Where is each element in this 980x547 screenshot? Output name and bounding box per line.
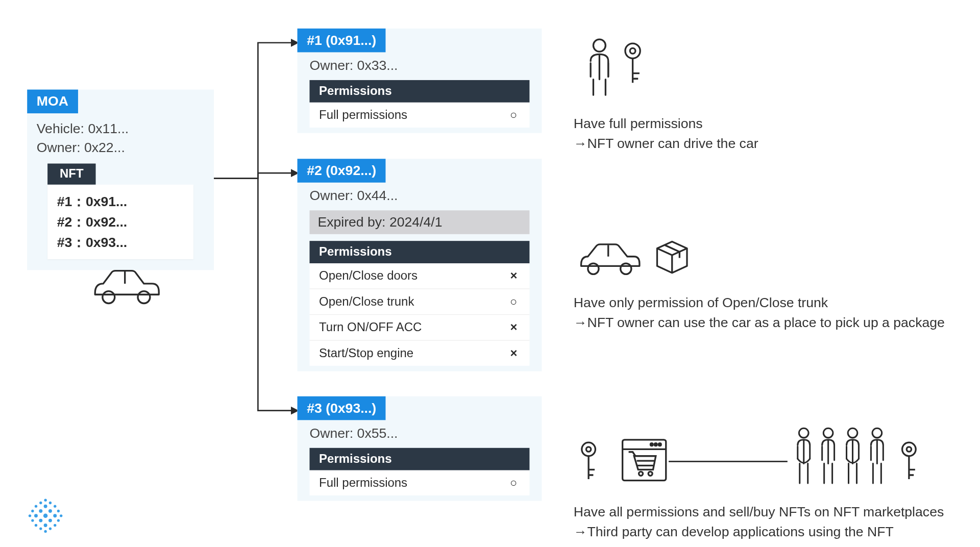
perm-mark: ×	[510, 346, 520, 360]
nft-list-entry: #3：0x93...	[57, 232, 184, 253]
nft2-expired: Expired by: 2024/4/1	[309, 210, 529, 234]
svg-point-39	[43, 514, 48, 518]
perm-row: Full permissions ○	[309, 103, 529, 128]
svg-point-40	[53, 514, 57, 517]
anno3-line2: →Third party can develop applications us…	[574, 522, 944, 542]
svg-point-7	[588, 263, 599, 274]
nft1-owner: Owner: 0x33...	[298, 52, 542, 80]
person-icon	[585, 37, 614, 98]
perm-row: Start/Stop engine ×	[309, 341, 529, 366]
svg-point-32	[54, 505, 56, 508]
moa-vehicle: Vehicle: 0x11...	[37, 119, 205, 138]
perm-mark: ○	[510, 476, 520, 490]
svg-point-44	[48, 519, 52, 523]
svg-point-25	[902, 442, 916, 456]
people-group-icon	[791, 426, 893, 490]
svg-point-26	[906, 447, 911, 452]
nft-list-entry: #1：0x91...	[57, 191, 184, 212]
anno1-line2: →NFT owner can drive the car	[574, 134, 758, 154]
perm-label: Start/Stop engine	[319, 346, 413, 360]
svg-point-28	[39, 502, 42, 504]
svg-point-5	[625, 43, 640, 58]
svg-point-49	[39, 527, 42, 530]
svg-point-30	[35, 505, 37, 508]
svg-point-36	[57, 510, 60, 512]
brand-dot-logo-icon	[26, 496, 65, 535]
moa-badge: MOA	[27, 90, 78, 114]
annotation-2: Have only permission of Open/Close trunk…	[574, 293, 945, 333]
perm-label: Open/Close trunk	[319, 294, 414, 309]
anno3-line1: Have all permissions and sell/buy NFTs o…	[574, 502, 944, 522]
svg-point-15	[650, 443, 653, 446]
anno1-line1: Have full permissions	[574, 114, 758, 134]
key-icon	[896, 440, 922, 483]
perm-mark: ○	[510, 294, 520, 309]
annotation-3: Have all permissions and sell/buy NFTs o…	[574, 502, 944, 541]
svg-point-41	[60, 514, 62, 517]
svg-point-46	[35, 524, 37, 527]
nft-tab: NFT	[47, 164, 95, 185]
svg-point-23	[848, 428, 857, 438]
perm-row: Full permissions ○	[309, 470, 529, 495]
svg-point-11	[586, 447, 591, 452]
nft3-perm-head: Permissions	[309, 448, 529, 470]
marketplace-icon	[619, 436, 669, 486]
perm-label: Open/Close doors	[319, 269, 418, 283]
svg-point-45	[57, 519, 60, 521]
perm-row: Open/Close doors ×	[309, 263, 529, 289]
nft-list-entry: #2：0x92...	[57, 212, 184, 232]
svg-point-21	[799, 428, 808, 438]
anno2-line1: Have only permission of Open/Close trunk	[574, 293, 945, 313]
nft-card-3: #3 (0x93...) Owner: 0x55... Permissions …	[298, 396, 542, 501]
nft-card-2: #2 (0x92...) Owner: 0x44... Expired by: …	[298, 159, 542, 371]
svg-point-50	[49, 527, 52, 530]
perm-row: Open/Close trunk ○	[309, 289, 529, 315]
nft1-perm-head: Permissions	[309, 80, 529, 103]
svg-point-18	[648, 471, 652, 476]
perm-mark: ○	[510, 108, 520, 122]
nft3-badge: #3 (0x93...)	[298, 396, 386, 420]
svg-point-38	[34, 514, 38, 517]
perm-label: Full permissions	[319, 108, 407, 122]
svg-point-33	[31, 510, 34, 512]
svg-point-1	[138, 291, 150, 304]
moa-owner: Owner: 0x22...	[37, 138, 205, 157]
annotation-1: Have full permissions →NFT owner can dri…	[574, 114, 758, 153]
svg-point-47	[44, 524, 47, 527]
anno2-line2: →NFT owner can use the car as a place to…	[574, 313, 945, 333]
key-icon	[576, 440, 602, 483]
svg-point-51	[44, 530, 46, 533]
perm-label: Full permissions	[319, 476, 407, 490]
perm-row: Turn ON/OFF ACC ×	[309, 315, 529, 341]
nft-card-1: #1 (0x91...) Owner: 0x33... Permissions …	[298, 29, 542, 133]
car-icon	[88, 265, 163, 307]
svg-point-16	[658, 443, 661, 446]
svg-point-10	[582, 442, 596, 456]
svg-point-24	[872, 428, 882, 438]
moa-card: MOA Vehicle: 0x11... Owner: 0x22... NFT …	[27, 90, 214, 270]
nft2-perm-head: Permissions	[309, 241, 529, 263]
svg-point-22	[823, 428, 833, 438]
svg-point-37	[29, 514, 31, 517]
perm-mark: ×	[510, 320, 520, 335]
svg-point-17	[639, 471, 643, 476]
svg-point-6	[630, 48, 635, 54]
svg-point-14	[654, 443, 657, 446]
nft-list: #1：0x91... #2：0x92... #3：0x93...	[47, 185, 193, 259]
svg-point-42	[31, 519, 34, 521]
nft3-owner: Owner: 0x55...	[298, 420, 542, 448]
svg-point-31	[44, 505, 47, 508]
svg-point-48	[54, 524, 56, 527]
nft1-badge: #1 (0x91...)	[298, 29, 386, 53]
svg-point-29	[49, 502, 52, 504]
car-icon	[576, 239, 644, 277]
svg-point-0	[103, 291, 115, 304]
nft2-badge: #2 (0x92...)	[298, 159, 386, 183]
svg-point-27	[44, 499, 46, 502]
svg-point-3	[593, 39, 605, 52]
nft2-owner: Owner: 0x44...	[298, 183, 542, 211]
perm-label: Turn ON/OFF ACC	[319, 320, 422, 335]
key-icon	[619, 41, 646, 88]
package-icon	[653, 238, 691, 276]
svg-point-8	[621, 263, 631, 274]
